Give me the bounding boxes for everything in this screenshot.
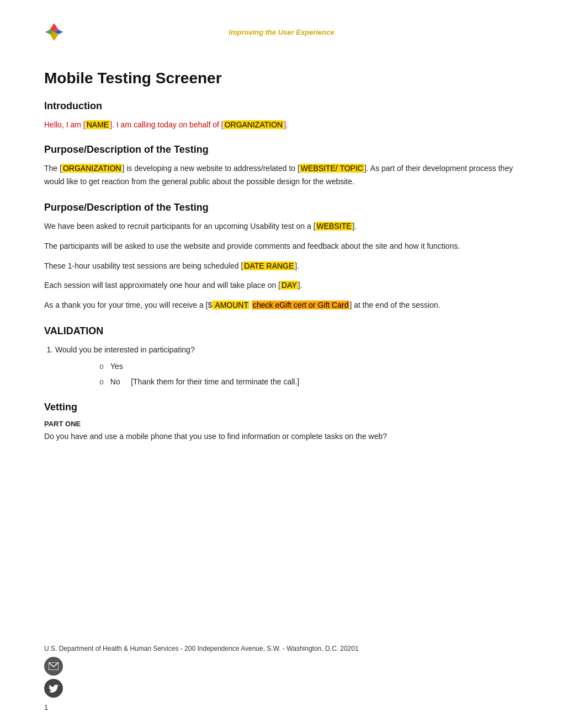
gift-card-placeholder: check eGift cert or Gift Card bbox=[252, 301, 350, 309]
website-placeholder-1: WEBSITE bbox=[316, 222, 353, 231]
website-topic-placeholder: WEBSITE/ TOPIC bbox=[300, 164, 364, 173]
twitter-icon bbox=[44, 679, 63, 698]
section-heading-purpose1: Purpose/Description of the Testing bbox=[44, 144, 519, 156]
purpose1-paragraph: The [ORGANIZATION] is developing a new w… bbox=[44, 162, 519, 189]
name-placeholder: NAME bbox=[86, 120, 110, 129]
option-no: No [Thank them for their time and termin… bbox=[99, 376, 519, 388]
header-tagline: Improving the User Experience bbox=[73, 28, 490, 36]
document-page: Improving the User Experience Mobile Tes… bbox=[0, 0, 563, 728]
option-no-text: No bbox=[110, 376, 120, 388]
purpose2-paragraph4: Each session will last approximately one… bbox=[44, 279, 519, 292]
part-one-label: PART ONE bbox=[44, 420, 519, 428]
section-heading-validation: VALIDATION bbox=[44, 325, 519, 337]
validation-options: Yes No [Thank them for their time and te… bbox=[99, 360, 519, 388]
option-no-note: [Thank them for their time and terminate… bbox=[131, 376, 299, 388]
organization-placeholder-2: ORGANIZATION bbox=[62, 164, 123, 173]
option-yes-text: Yes bbox=[110, 360, 123, 372]
option-yes: Yes bbox=[99, 360, 519, 372]
organization-placeholder-1: ORGANIZATION bbox=[224, 120, 284, 129]
amount-placeholder: AMOUNT bbox=[212, 301, 249, 309]
purpose2-paragraph2: The participants will be asked to use th… bbox=[44, 240, 519, 253]
page-number: 1 bbox=[44, 703, 519, 711]
purpose2-paragraph5: As a thank you for your time, you will r… bbox=[44, 299, 519, 312]
footer-icons bbox=[44, 657, 519, 698]
footer-address: U.S. Department of Health & Human Servic… bbox=[44, 645, 519, 652]
logo-icon bbox=[44, 22, 64, 42]
section-heading-vetting: Vetting bbox=[44, 402, 519, 413]
purpose2-paragraph3: These 1-hour usability test sessions are… bbox=[44, 260, 519, 273]
page-footer: U.S. Department of Health & Human Servic… bbox=[44, 645, 519, 711]
validation-item-1: Would you be interested in participating… bbox=[55, 344, 519, 388]
section-heading-introduction: Introduction bbox=[44, 100, 519, 112]
validation-question-1: Would you be interested in participating… bbox=[55, 345, 195, 354]
email-icon bbox=[44, 657, 63, 676]
validation-list: Would you be interested in participating… bbox=[55, 344, 519, 388]
day-placeholder: DAY bbox=[280, 281, 298, 290]
section-heading-purpose2: Purpose/Description of the Testing bbox=[44, 202, 519, 213]
document-title: Mobile Testing Screener bbox=[44, 69, 519, 87]
part-one-question: Do you have and use a mobile phone that … bbox=[44, 430, 519, 443]
date-range-placeholder: DATE RANGE bbox=[243, 261, 295, 270]
page-header: Improving the User Experience bbox=[44, 22, 519, 47]
introduction-paragraph: Hello, I am [NAME]. I am calling today o… bbox=[44, 119, 519, 131]
purpose2-paragraph1: We have been asked to recruit participan… bbox=[44, 220, 519, 233]
